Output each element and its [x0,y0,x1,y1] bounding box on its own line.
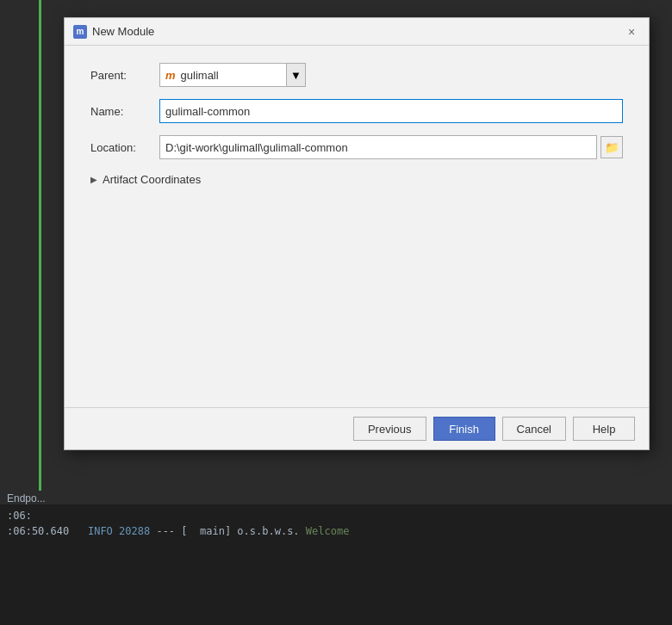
ide-background: Endpo... :06: :06:50.640 INFO 20288 --- … [0,0,672,625]
terminal-timestamp-2: :06:50.640 [7,525,82,537]
dialog-content: Parent: m gulimall ▼ Name: [65,46,649,407]
location-row: Location: 📁 [90,135,623,159]
terminal-text-2: --- [ main] o.s.b.w.s. [156,525,299,537]
dialog-footer: Previous Finish Cancel Help [65,407,649,449]
chevron-down-icon: ▼ [290,69,302,82]
cancel-button[interactable]: Cancel [502,417,566,441]
folder-icon: 📁 [605,141,619,154]
parent-dropdown[interactable]: m gulimall ▼ [159,63,306,87]
dialog-overlay: m New Module × Parent: m gulimall [41,9,672,504]
name-row: Name: [90,99,623,123]
name-input[interactable] [159,99,623,123]
new-module-dialog: m New Module × Parent: m gulimall [64,17,650,450]
dialog-close-button[interactable]: × [623,23,640,40]
artifact-title: Artifact Coordinates [103,173,201,186]
parent-module-icon: m [165,69,176,82]
titlebar-left: m New Module [73,25,154,39]
endpoint-label: Endpo... [7,492,46,504]
location-input-wrapper: 📁 [159,135,623,159]
terminal-timestamp-1: :06: [7,510,32,522]
parent-value: gulimall [181,69,219,82]
previous-button[interactable]: Previous [353,417,426,441]
terminal-green: Welcome [306,525,350,537]
artifact-expand-icon: ▶ [90,175,97,184]
parent-dropdown-value: m gulimall [160,67,286,84]
browse-folder-button[interactable]: 📁 [600,136,623,158]
terminal-line-1: :06: [7,508,665,523]
artifact-section: ▶ Artifact Coordinates [90,171,623,188]
terminal-line-2: :06:50.640 INFO 20288 --- [ main] o.s.b.… [7,523,665,539]
parent-label: Parent: [90,69,159,82]
finish-button[interactable]: Finish [433,417,495,441]
dialog-titlebar: m New Module × [65,18,649,46]
terminal-info: INFO 20288 [88,525,150,537]
artifact-header[interactable]: ▶ Artifact Coordinates [90,171,623,188]
parent-dropdown-arrow[interactable]: ▼ [286,64,305,86]
dialog-icon: m [73,25,87,39]
help-button[interactable]: Help [573,417,635,441]
parent-row: Parent: m gulimall ▼ [90,63,623,87]
dialog-icon-letter: m [77,27,84,36]
name-label: Name: [90,105,159,118]
location-input[interactable] [159,135,597,159]
location-label: Location: [90,141,159,154]
terminal-area: :06: :06:50.640 INFO 20288 --- [ main] o… [0,504,672,625]
dialog-title: New Module [92,25,154,38]
